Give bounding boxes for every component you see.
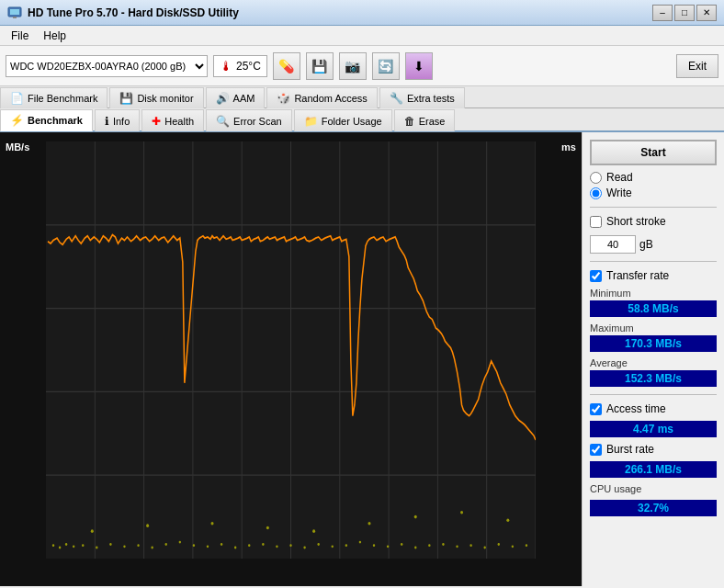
tab-extra-tests[interactable]: 🔧 Extra tests — [379, 87, 465, 108]
svg-point-43 — [82, 544, 84, 547]
burst-rate-checkbox[interactable] — [590, 444, 602, 456]
rw-radio-group: Read Write — [590, 171, 717, 199]
short-stroke-label[interactable]: Short stroke — [590, 215, 717, 228]
random-access-icon: 🎲 — [277, 92, 290, 105]
tab-error-scan[interactable]: 🔍 Error Scan — [206, 109, 292, 131]
close-button[interactable]: ✕ — [696, 5, 717, 21]
top-tab-bar: 📄 File Benchmark 💾 Disk monitor 🔊 AAM 🎲 … — [0, 86, 724, 108]
tab-file-benchmark[interactable]: 📄 File Benchmark — [0, 87, 107, 108]
svg-point-40 — [59, 547, 61, 549]
toolbar-btn-1[interactable]: 💊 — [273, 52, 300, 80]
transfer-rate-checkbox[interactable] — [590, 270, 602, 282]
svg-point-79 — [266, 526, 269, 530]
chart-y-label-right: ms — [561, 141, 576, 153]
svg-point-70 — [456, 545, 458, 548]
svg-point-76 — [91, 529, 94, 533]
divider-3 — [590, 394, 717, 395]
stroke-row: gB — [590, 235, 717, 254]
transfer-rate-label[interactable]: Transfer rate — [590, 269, 717, 282]
chart-area: MB/s ms 0 50 1 — [0, 132, 582, 586]
write-radio-label[interactable]: Write — [590, 187, 717, 199]
svg-point-56 — [262, 543, 264, 546]
access-time-checkbox[interactable] — [590, 403, 602, 415]
minimum-block: Minimum 58.8 MB/s — [590, 288, 717, 317]
svg-point-74 — [512, 545, 514, 548]
right-panel: Start Read Write Short stroke gB — [582, 132, 724, 586]
svg-point-41 — [65, 543, 67, 546]
chart-y-label-left: MB/s — [6, 141, 29, 153]
svg-point-78 — [211, 522, 214, 526]
svg-point-47 — [137, 544, 139, 547]
file-benchmark-icon: 📄 — [10, 92, 24, 105]
svg-point-72 — [483, 547, 485, 549]
svg-point-68 — [428, 544, 430, 547]
tab-benchmark[interactable]: ⚡ Benchmark — [0, 109, 93, 131]
health-icon: ✚ — [152, 115, 161, 128]
access-time-value: 4.47 ms — [590, 421, 717, 437]
svg-point-83 — [460, 511, 463, 514]
minimum-label: Minimum — [590, 288, 717, 299]
svg-point-64 — [373, 544, 375, 547]
tab-disk-monitor[interactable]: 💾 Disk monitor — [109, 87, 203, 108]
disk-monitor-icon: 💾 — [119, 92, 133, 105]
tab-health[interactable]: ✚ Health — [141, 109, 204, 131]
access-time-label[interactable]: Access time — [590, 402, 717, 415]
svg-point-84 — [506, 518, 509, 522]
drive-selector[interactable]: WDC WD20EZBX-00AYRA0 (2000 gB) — [6, 55, 208, 77]
menu-bar: File Help — [0, 26, 724, 46]
svg-point-66 — [401, 543, 402, 546]
svg-point-73 — [498, 543, 500, 546]
tab-info[interactable]: ℹ Info — [95, 109, 140, 131]
tab-folder-usage[interactable]: 📁 Folder Usage — [294, 109, 392, 131]
toolbar-btn-2[interactable]: 💾 — [306, 52, 334, 80]
thermometer-icon: 🌡 — [220, 59, 232, 74]
svg-point-77 — [146, 524, 149, 527]
access-time-text: Access time — [606, 402, 666, 415]
maximum-value: 170.3 MB/s — [590, 335, 717, 352]
svg-point-62 — [345, 544, 347, 547]
tab-info-label: Info — [113, 116, 130, 127]
bottom-tab-bar: ⚡ Benchmark ℹ Info ✚ Health 🔍 Error Scan… — [0, 108, 724, 132]
tab-aam-label: AAM — [233, 93, 255, 104]
minimum-value: 58.8 MB/s — [590, 300, 717, 317]
error-scan-icon: 🔍 — [216, 115, 230, 128]
divider-1 — [590, 207, 717, 208]
svg-rect-1 — [10, 9, 19, 15]
tab-folder-usage-label: Folder Usage — [322, 116, 382, 127]
minimize-button[interactable]: – — [652, 5, 673, 21]
exit-button[interactable]: Exit — [676, 54, 718, 78]
erase-icon: 🗑 — [404, 115, 415, 128]
menu-help[interactable]: Help — [36, 28, 74, 44]
average-block: Average 152.3 MB/s — [590, 357, 717, 387]
svg-point-75 — [526, 544, 527, 547]
tab-erase[interactable]: 🗑 Erase — [394, 109, 456, 131]
svg-point-61 — [332, 545, 334, 548]
read-radio-label[interactable]: Read — [590, 171, 717, 184]
window-controls: – □ ✕ — [652, 5, 717, 21]
restore-button[interactable]: □ — [674, 5, 695, 21]
read-radio[interactable] — [590, 172, 602, 184]
menu-file[interactable]: File — [4, 28, 36, 44]
toolbar-btn-3[interactable]: 📷 — [339, 52, 367, 80]
svg-point-54 — [234, 547, 236, 549]
svg-point-63 — [359, 541, 361, 544]
toolbar-btn-4[interactable]: 🔄 — [372, 52, 400, 80]
toolbar-btn-5[interactable]: ⬇ — [405, 52, 433, 80]
svg-point-71 — [469, 544, 471, 547]
stroke-value-input[interactable] — [590, 235, 636, 254]
temperature-value: 25°C — [236, 60, 261, 73]
burst-rate-label[interactable]: Burst rate — [590, 443, 717, 456]
svg-point-39 — [52, 544, 54, 547]
tab-erase-label: Erase — [419, 116, 446, 127]
tab-error-scan-label: Error Scan — [233, 116, 282, 127]
tab-file-benchmark-label: File Benchmark — [28, 93, 97, 104]
svg-point-55 — [248, 544, 250, 547]
tab-random-access[interactable]: 🎲 Random Access — [266, 87, 377, 108]
tab-health-label: Health — [164, 116, 194, 127]
write-radio[interactable] — [590, 187, 602, 199]
short-stroke-checkbox[interactable] — [590, 216, 602, 228]
tab-aam[interactable]: 🔊 AAM — [206, 87, 266, 108]
svg-point-80 — [312, 529, 315, 533]
svg-point-48 — [151, 547, 153, 549]
start-button[interactable]: Start — [590, 140, 717, 165]
